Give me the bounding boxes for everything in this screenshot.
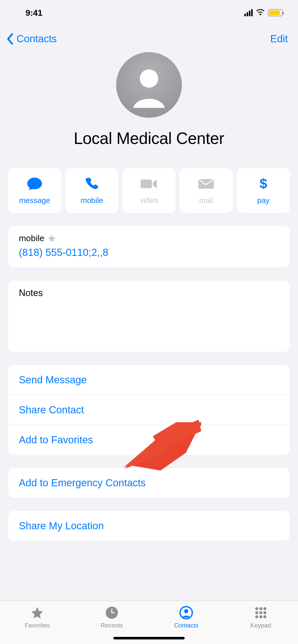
phone-card[interactable]: mobile (818) 555-0110;2,,8 [8, 226, 290, 267]
svg-point-15 [259, 607, 262, 610]
svg-text:$: $ [260, 177, 267, 191]
mail-button: mail [180, 168, 233, 213]
emergency-card: Add to Emergency Contacts [8, 468, 290, 498]
location-card: Share My Location [8, 511, 290, 541]
back-label: Contacts [17, 33, 57, 45]
svg-point-13 [184, 609, 188, 613]
action-buttons-row: message mobile video mail $ pay [0, 168, 298, 213]
tab-recents-label: Recents [101, 622, 123, 629]
star-icon [30, 606, 44, 620]
tab-recents[interactable]: Recents [75, 606, 149, 629]
status-bar: 9:41 [0, 0, 298, 25]
keypad-icon [254, 606, 267, 620]
back-button[interactable]: Contacts [6, 33, 57, 45]
svg-point-20 [255, 615, 258, 618]
phone-type-label: mobile [19, 233, 44, 243]
svg-point-17 [255, 611, 258, 614]
edit-button[interactable]: Edit [270, 33, 288, 45]
phone-icon [85, 176, 99, 192]
mail-icon [198, 176, 214, 192]
message-button[interactable]: message [8, 168, 61, 213]
nav-bar: Contacts Edit [0, 25, 298, 50]
share-location-button[interactable]: Share My Location [8, 511, 290, 541]
person-placeholder-icon [126, 62, 172, 108]
svg-point-14 [255, 607, 258, 610]
clock-icon [105, 606, 118, 620]
notes-label: Notes [19, 288, 279, 298]
home-indicator[interactable] [113, 637, 185, 639]
add-to-favorites-button[interactable]: Add to Favorites [8, 425, 290, 455]
share-contact-button[interactable]: Share Contact [8, 395, 290, 425]
call-button[interactable]: mobile [65, 168, 118, 213]
add-emergency-button[interactable]: Add to Emergency Contacts [8, 468, 290, 498]
contact-actions-card: Send Message Share Contact Add to Favori… [8, 365, 290, 455]
video-button: video [123, 168, 175, 213]
mail-label: mail [199, 196, 213, 205]
svg-point-19 [263, 611, 266, 614]
tab-favorites[interactable]: Favorites [0, 606, 75, 629]
cellular-signal-icon [244, 9, 253, 16]
svg-point-21 [259, 615, 262, 618]
tab-keypad[interactable]: Keypad [224, 606, 298, 629]
svg-point-18 [259, 611, 262, 614]
tab-contacts-label: Contacts [174, 622, 198, 629]
wifi-icon [256, 9, 265, 16]
contact-name: Local Medical Center [0, 129, 298, 148]
svg-point-0 [140, 69, 158, 88]
svg-rect-1 [141, 180, 152, 188]
svg-point-16 [263, 607, 266, 610]
pay-label: pay [257, 196, 269, 205]
video-label: video [140, 196, 158, 205]
tab-contacts[interactable]: Contacts [149, 606, 224, 629]
tab-favorites-label: Favorites [25, 622, 50, 629]
dollar-icon: $ [259, 176, 268, 192]
battery-icon [268, 9, 283, 16]
notes-card[interactable]: Notes [8, 281, 290, 352]
chevron-left-icon [6, 33, 13, 45]
message-label: message [19, 196, 50, 205]
contact-avatar[interactable] [116, 52, 182, 118]
phone-number[interactable]: (818) 555-0110;2,,8 [19, 247, 279, 258]
status-icons [244, 9, 283, 16]
star-icon [47, 234, 56, 243]
status-time: 9:41 [25, 8, 42, 18]
video-icon [140, 176, 158, 192]
send-message-button[interactable]: Send Message [8, 365, 290, 395]
message-icon [27, 176, 43, 192]
svg-point-22 [263, 615, 266, 618]
avatar-section [0, 52, 298, 118]
tab-keypad-label: Keypad [250, 622, 271, 629]
pay-button[interactable]: $ pay [237, 168, 290, 213]
call-label: mobile [80, 196, 103, 205]
person-circle-icon [179, 606, 193, 620]
